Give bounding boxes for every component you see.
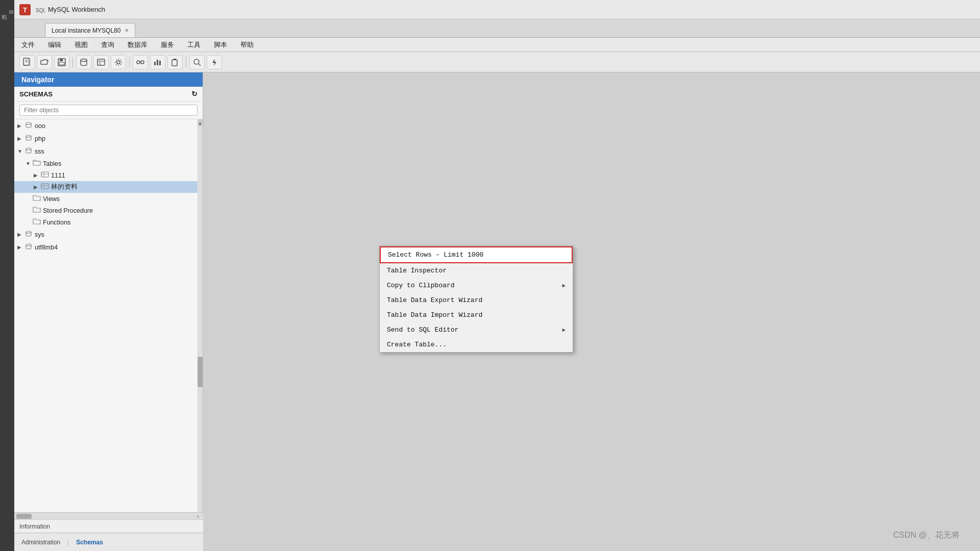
svg-rect-29 bbox=[41, 172, 48, 177]
toolbar-search[interactable] bbox=[189, 55, 205, 69]
tree-label-stored-proc: Stored Procedure bbox=[43, 207, 93, 214]
svg-point-36 bbox=[26, 244, 31, 246]
scroll-right-indicator[interactable]: › bbox=[195, 513, 201, 519]
toolbar-chart[interactable] bbox=[150, 55, 165, 69]
toolbar-lightning[interactable] bbox=[207, 55, 222, 69]
folder-icon-stored-proc bbox=[33, 206, 41, 215]
db-icon-php bbox=[24, 134, 33, 143]
tree-item-utf8mb4[interactable]: ▶ utf8mb4 bbox=[14, 241, 203, 254]
ctx-select-rows-label: Select Rows – Limit 1000 bbox=[388, 251, 483, 259]
menu-database[interactable]: 数据库 bbox=[126, 39, 150, 51]
ctx-export-wizard[interactable]: Table Data Export Wizard bbox=[380, 293, 573, 308]
ctx-arrow-sql: ▶ bbox=[562, 327, 566, 333]
tree-label-utf8mb4: utf8mb4 bbox=[35, 244, 58, 251]
menu-script[interactable]: 脚本 bbox=[212, 39, 229, 51]
watermark: CSDN @、花无将 bbox=[893, 530, 960, 541]
menu-view[interactable]: 视图 bbox=[72, 39, 90, 51]
info-label: Information bbox=[19, 523, 50, 530]
tab-label: Local instance MYSQL80 bbox=[52, 27, 120, 34]
toolbar bbox=[14, 52, 980, 72]
tab-bar: Local instance MYSQL80 ✕ bbox=[14, 19, 980, 38]
tree-arrow-ooo: ▶ bbox=[17, 123, 24, 129]
tree-item-lins-data[interactable]: ▶ 林的资料 bbox=[14, 181, 203, 193]
context-menu: Select Rows – Limit 1000 Table Inspector… bbox=[379, 246, 573, 353]
tree-item-php[interactable]: ▶ php bbox=[14, 132, 203, 145]
svg-rect-32 bbox=[41, 184, 48, 189]
tab-schemas[interactable]: Schemas bbox=[69, 537, 110, 548]
refresh-icon[interactable]: ↻ bbox=[191, 90, 198, 98]
table-icon-lins-data bbox=[41, 183, 49, 191]
schemas-label: SCHEMAS bbox=[19, 90, 53, 98]
toolbar-open[interactable] bbox=[37, 55, 52, 69]
tree-label-views: Views bbox=[43, 195, 60, 203]
tree-item-stored-proc[interactable]: Stored Procedure bbox=[14, 205, 203, 216]
tree-item-1111[interactable]: ▶ 1111 bbox=[14, 169, 203, 181]
ctx-select-rows[interactable]: Select Rows – Limit 1000 bbox=[380, 246, 573, 263]
sidebar-scrollbar[interactable]: ▲ ▼ bbox=[198, 119, 203, 551]
content-area: Select Rows – Limit 1000 Table Inspector… bbox=[203, 72, 980, 551]
ctx-table-inspector-label: Table Inspector bbox=[387, 267, 447, 274]
tree-arrow-lins-data: ▶ bbox=[34, 184, 41, 190]
toolbar-separator-2 bbox=[129, 57, 130, 67]
svg-rect-21 bbox=[172, 60, 177, 66]
toolbar-db[interactable] bbox=[76, 55, 91, 69]
navigator-header: Navigator bbox=[14, 72, 203, 87]
info-bar: Information bbox=[14, 519, 203, 533]
menu-edit[interactable]: 编辑 bbox=[46, 39, 63, 51]
tree-scroll[interactable]: ▶ ooo ▶ php ▼ bbox=[14, 119, 203, 551]
horizontal-scrollbar[interactable]: › bbox=[14, 512, 203, 519]
svg-point-23 bbox=[194, 59, 199, 64]
svg-rect-22 bbox=[174, 59, 176, 60]
tree-label-tables: Tables bbox=[43, 160, 61, 167]
svg-point-16 bbox=[141, 61, 144, 64]
ctx-create-table[interactable]: Create Table... bbox=[380, 337, 573, 352]
menu-tools[interactable]: 工具 bbox=[185, 39, 203, 51]
sidebar: Navigator SCHEMAS ↻ ▶ ooo bbox=[14, 72, 203, 551]
ctx-table-inspector[interactable]: Table Inspector bbox=[380, 263, 573, 278]
toolbar-clipboard[interactable] bbox=[167, 55, 183, 69]
tree-item-views[interactable]: Views bbox=[14, 193, 203, 205]
menu-file[interactable]: 文件 bbox=[19, 39, 37, 51]
ctx-copy-clipboard-label: Copy to Clipboard bbox=[387, 282, 455, 289]
toolbar-new-file[interactable] bbox=[19, 55, 35, 69]
tree-item-ooo[interactable]: ▶ ooo bbox=[14, 119, 203, 132]
scroll-thumb[interactable] bbox=[198, 357, 203, 387]
tree-item-sys[interactable]: ▶ sys bbox=[14, 228, 203, 241]
svg-rect-19 bbox=[157, 60, 158, 65]
tree-item-functions[interactable]: Functions bbox=[14, 216, 203, 228]
toolbar-gear[interactable] bbox=[111, 55, 126, 69]
horiz-scroll-thumb[interactable] bbox=[16, 514, 32, 519]
menu-bar: 文件 编辑 视图 查询 数据库 服务 工具 脚本 帮助 bbox=[14, 38, 980, 52]
filter-input[interactable] bbox=[19, 105, 198, 116]
ctx-import-wizard[interactable]: Table Data Import Wizard bbox=[380, 308, 573, 322]
tree-item-sss[interactable]: ▼ sss bbox=[14, 145, 203, 158]
menu-help[interactable]: 帮助 bbox=[238, 39, 256, 51]
ctx-send-sql-editor-label: Send to SQL Editor bbox=[387, 326, 458, 334]
main-area: Navigator SCHEMAS ↻ ▶ ooo bbox=[14, 72, 980, 551]
ctx-send-sql-editor[interactable]: Send to SQL Editor ▶ bbox=[380, 322, 573, 337]
svg-rect-20 bbox=[159, 61, 161, 65]
toolbar-table[interactable] bbox=[93, 55, 109, 69]
ctx-arrow-copy: ▶ bbox=[562, 282, 566, 289]
mysql-logo-icon: SQL bbox=[35, 5, 45, 15]
navigator-title: Navigator bbox=[21, 76, 55, 84]
toolbar-save[interactable] bbox=[54, 55, 69, 69]
svg-point-27 bbox=[26, 148, 31, 150]
tree-item-tables[interactable]: ▼ Tables bbox=[14, 158, 203, 169]
tab-close-icon[interactable]: ✕ bbox=[125, 28, 129, 33]
menu-service[interactable]: 服务 bbox=[159, 39, 176, 51]
toolbar-separator-1 bbox=[72, 57, 73, 67]
tab-administration[interactable]: Administration bbox=[14, 537, 67, 548]
db-icon-utf8mb4 bbox=[24, 242, 33, 252]
ctx-copy-clipboard[interactable]: Copy to Clipboard ▶ bbox=[380, 278, 573, 293]
main-tab[interactable]: Local instance MYSQL80 ✕ bbox=[45, 23, 135, 37]
svg-point-14 bbox=[117, 61, 120, 64]
menu-query[interactable]: 查询 bbox=[99, 39, 116, 51]
left-edge-text: B粗 bbox=[1, 10, 14, 14]
toolbar-connect[interactable] bbox=[133, 55, 148, 69]
folder-icon-functions bbox=[33, 218, 41, 227]
ctx-export-wizard-label: Table Data Export Wizard bbox=[387, 296, 482, 304]
scroll-up-arrow[interactable]: ▲ bbox=[198, 119, 203, 127]
bottom-tabs: Administration | Schemas bbox=[14, 533, 203, 551]
tree-arrow-sss: ▼ bbox=[17, 148, 24, 154]
